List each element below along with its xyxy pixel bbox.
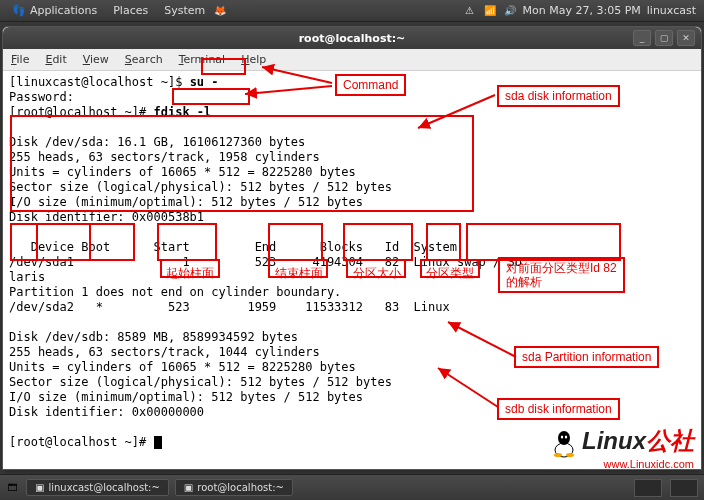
system-menu[interactable]: System xyxy=(156,4,213,17)
partition-row-sda2: /dev/sda2 * 523 1959 11533312 83 Linux xyxy=(9,300,450,314)
sdb-io: I/O size (minimum/optimal): 512 bytes / … xyxy=(9,390,363,404)
sdb-id: Disk identifier: 0x00000000 xyxy=(9,405,204,419)
sda-io: I/O size (minimum/optimal): 512 bytes / … xyxy=(9,195,363,209)
applications-menu[interactable]: 👣 Applications xyxy=(4,4,105,17)
sda-geom: 255 heads, 63 sectors/track, 1958 cylind… xyxy=(9,150,320,164)
command-fdisk: fdisk -l xyxy=(154,105,212,119)
firefox-icon[interactable]: 🦊 xyxy=(213,4,227,18)
clock[interactable]: Mon May 27, 3:05 PM xyxy=(523,4,641,17)
sda-units: Units = cylinders of 16065 * 512 = 82252… xyxy=(9,165,356,179)
places-menu[interactable]: Places xyxy=(105,4,156,17)
terminal-body[interactable]: [linuxcast@localhost ~]$ su - Password: … xyxy=(3,71,701,469)
task-label: linuxcast@localhost:~ xyxy=(48,482,159,493)
menu-file[interactable]: File xyxy=(3,53,37,66)
terminal-icon: ▣ xyxy=(184,482,193,493)
menu-label: System xyxy=(164,4,205,17)
sdb-units: Units = cylinders of 16065 * 512 = 82252… xyxy=(9,360,356,374)
menu-help[interactable]: Help xyxy=(233,53,274,66)
top-panel: 👣 Applications Places System 🦊 ⚠ 📶 🔊 Mon… xyxy=(0,0,704,22)
sda-sector: Sector size (logical/physical): 512 byte… xyxy=(9,180,392,194)
warning-icon[interactable]: ⚠ xyxy=(463,4,477,18)
menubar: File Edit View Search Terminal Help xyxy=(3,49,701,71)
system-tray: ⚠ 📶 🔊 Mon May 27, 3:05 PM linuxcast xyxy=(463,4,700,18)
cursor-icon xyxy=(154,436,162,449)
network-icon[interactable]: 📶 xyxy=(483,4,497,18)
taskbar-item-2[interactable]: ▣ root@localhost:~ xyxy=(175,479,293,496)
menu-label: Applications xyxy=(30,4,97,17)
window-title: root@localhost:~ xyxy=(3,32,701,45)
partition-table-header: Device Boot Start End Blocks Id System xyxy=(9,240,457,254)
close-button[interactable]: ✕ xyxy=(677,30,695,46)
terminal-window: root@localhost:~ _ ▢ ✕ File Edit View Se… xyxy=(2,26,702,470)
gnome-foot-icon: 👣 xyxy=(12,4,26,17)
taskbar-item-1[interactable]: ▣ linuxcast@localhost:~ xyxy=(26,479,169,496)
maximize-button[interactable]: ▢ xyxy=(655,30,673,46)
minimize-button[interactable]: _ xyxy=(633,30,651,46)
bottom-panel: 🗔 ▣ linuxcast@localhost:~ ▣ root@localho… xyxy=(0,474,704,500)
menu-label: Places xyxy=(113,4,148,17)
menu-terminal[interactable]: Terminal xyxy=(171,53,234,66)
partition-warning: Partition 1 does not end on cylinder bou… xyxy=(9,285,341,299)
show-desktop-icon[interactable]: 🗔 xyxy=(6,481,20,495)
password-label: Password: xyxy=(9,90,74,104)
workspace-2[interactable] xyxy=(670,479,698,497)
sdb-sector: Sector size (logical/physical): 512 byte… xyxy=(9,375,392,389)
menu-search[interactable]: Search xyxy=(117,53,171,66)
sdb-header: Disk /dev/sdb: 8589 MB, 8589934592 bytes xyxy=(9,330,298,344)
workspace-1[interactable] xyxy=(634,479,662,497)
menu-edit[interactable]: Edit xyxy=(37,53,74,66)
task-label: root@localhost:~ xyxy=(197,482,284,493)
sda-header: Disk /dev/sda: 16.1 GB, 16106127360 byte… xyxy=(9,135,305,149)
user-menu[interactable]: linuxcast xyxy=(647,4,696,17)
sda-id: Disk identifier: 0x000538b1 xyxy=(9,210,204,224)
partition-row-sda1: /dev/sda1 1 523 4194304 82 Linux swap / … xyxy=(9,255,522,269)
menu-view[interactable]: View xyxy=(75,53,117,66)
prompt-root: [root@localhost ~]# xyxy=(9,105,154,119)
volume-icon[interactable]: 🔊 xyxy=(503,4,517,18)
sdb-geom: 255 heads, 63 sectors/track, 1044 cylind… xyxy=(9,345,320,359)
titlebar[interactable]: root@localhost:~ _ ▢ ✕ xyxy=(3,27,701,49)
prompt-root-2: [root@localhost ~]# xyxy=(9,435,154,449)
command-su: su - xyxy=(190,75,219,89)
terminal-icon: ▣ xyxy=(35,482,44,493)
prompt: [linuxcast@localhost ~]$ xyxy=(9,75,190,89)
partition-row-sda1b: laris xyxy=(9,270,45,284)
